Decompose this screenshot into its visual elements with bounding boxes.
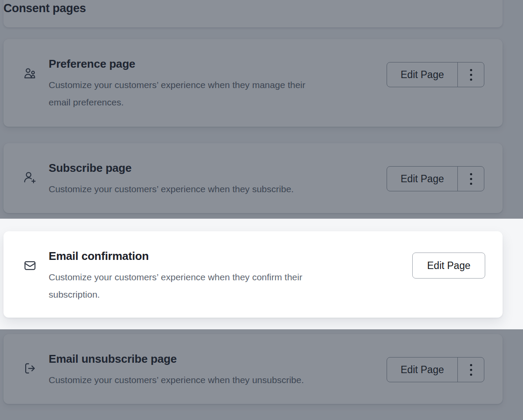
card-title: Email confirmation [49,249,149,263]
card-subscribe-page: Subscribe page Customize your customers’… [3,143,503,213]
more-options-button[interactable] [457,62,484,87]
card-description: Customize your customers’ experience whe… [49,269,302,303]
edit-page-button[interactable]: Edit Page [412,253,485,279]
users-icon [23,67,36,80]
card-description: Customize your customers’ experience whe… [49,76,305,111]
card-actions: Edit Page [412,253,485,279]
edit-page-button[interactable]: Edit Page [387,166,458,191]
page-title: Consent pages [3,2,86,15]
card-title: Preference page [49,57,135,71]
mail-icon [23,259,36,272]
kebab-icon [470,364,472,366]
card-actions: Edit Page [387,166,484,191]
edit-page-button[interactable]: Edit Page [387,62,458,87]
log-out-icon [23,362,36,375]
card-title: Email unsubscribe page [49,352,177,366]
card-email-unsubscribe-page: Email unsubscribe page Customize your cu… [3,334,503,404]
consent-pages-screen: Consent pages Preference page Customize … [0,0,523,420]
kebab-icon [470,173,472,175]
card-description: Customize your customers’ experience whe… [49,180,294,198]
kebab-icon [470,69,472,71]
edit-page-button[interactable]: Edit Page [387,357,458,382]
card-actions: Edit Page [387,62,484,87]
card-title: Subscribe page [49,161,132,175]
more-options-button[interactable] [457,357,484,382]
card-preference-page: Preference page Customize your customers… [3,39,503,127]
more-options-button[interactable] [457,166,484,191]
user-plus-icon [23,171,36,184]
card-description: Customize your customers’ experience whe… [49,371,304,389]
card-actions: Edit Page [387,357,484,382]
card-email-confirmation: Email confirmation Customize your custom… [3,231,503,318]
